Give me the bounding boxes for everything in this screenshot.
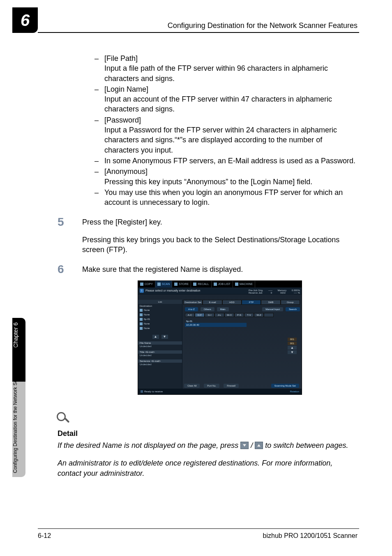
footer-rule [38, 528, 359, 529]
side-long-label: Configuring Destination for the Network … [12, 346, 25, 473]
ss-status-right: Rotation [290, 390, 299, 393]
ss-alpha-key[interactable]: T-V [244, 313, 254, 317]
step-text: Press the [Register] key. [82, 217, 357, 227]
bullet-item: [Password] Input a Password for the FTP … [95, 115, 357, 155]
product-name: bizhub PRO 1200/1051 Scanner [263, 532, 357, 540]
ss-left-nav: ▲ ▼ [138, 335, 182, 339]
arrow-up-icon[interactable]: ▲ [288, 346, 297, 350]
detail-heading: Detail [58, 429, 357, 438]
arrow-down-icon[interactable]: ▼ [288, 350, 297, 354]
ss-left-section: Sentence <E-mail> Undecided [138, 359, 182, 366]
ss-alpha-key[interactable]: J-L [214, 313, 224, 317]
ss-alpha-key[interactable]: P-S [234, 313, 244, 317]
bullet-item: [Login Name] Input an account of the FTP… [95, 84, 357, 114]
detail-paragraph: If the desired Name is not displayed on … [58, 440, 357, 451]
info-icon: i [140, 289, 144, 293]
ss-btn-main[interactable]: Main [217, 307, 229, 311]
copy-icon [140, 283, 143, 286]
ss-mode-group[interactable]: Group [281, 300, 300, 305]
recall-icon [193, 283, 196, 286]
ss-left-row: None [138, 313, 182, 317]
ss-tab-joblist[interactable]: JOB LIST [212, 281, 233, 287]
ss-btn-manual[interactable]: Manual Input [262, 307, 283, 311]
chapter-number: 6 [21, 11, 30, 30]
ss-mode-row: Destination Set E-mail HDD FTP SMB Group [183, 300, 300, 305]
bullet-desc: Input an account of the FTP server withi… [104, 94, 357, 114]
ss-mode-smb[interactable]: SMB [261, 300, 280, 305]
dest-icon [140, 309, 143, 312]
ss-left-row: None [138, 326, 182, 331]
ss-tab-recall[interactable]: RECALL [191, 281, 211, 287]
ss-counter: 001 001 ▲ ▼ [288, 338, 297, 355]
ss-btn-clearall[interactable]: Clear All [184, 384, 200, 388]
ss-tab-store[interactable]: STORE [172, 281, 191, 287]
bullet-title: [Anonymous] [104, 167, 148, 176]
ss-tab-machine[interactable]: MACHINE [233, 281, 255, 287]
ss-alpha-key[interactable]: G-I [205, 313, 214, 317]
bullet-list: [File Path] Input a file path of the FTP… [95, 53, 357, 207]
ss-counter-bottom: 001 [288, 342, 297, 345]
up-keycap-icon [255, 442, 263, 449]
step-5: 5 Press the [Register] key. Pressing thi… [58, 217, 357, 255]
ss-alpha-key[interactable] [264, 313, 274, 317]
side-tab: Chapter 6 Configuring Destination for th… [12, 317, 25, 477]
ss-main-panel: A to Z Others Main Manual Input Search A… [183, 306, 300, 383]
step-number: 6 [58, 263, 64, 276]
detail-block: Detail If the desired Name is not displa… [58, 411, 357, 479]
ss-alpha-key[interactable]: A-C [185, 313, 195, 317]
ss-left-row: None [138, 308, 182, 313]
ss-alpha-key[interactable]: D-F [195, 313, 205, 317]
running-head: Configuring Destination for the Network … [168, 21, 357, 30]
ss-left-header: List [138, 300, 182, 304]
ss-left-section: File Name Undecided [138, 341, 182, 348]
store-icon [174, 283, 178, 286]
bullet-title: [File Path] [104, 54, 138, 63]
bullet-item: [Anonymous] Pressing this key inputs “An… [95, 167, 357, 187]
ss-btn-atoz[interactable]: A to Z [185, 307, 198, 311]
step-number: 5 [58, 215, 64, 229]
ss-btn-portno[interactable]: Port No. [204, 384, 219, 388]
ss-btn-scanmode[interactable]: Scanning Mode Set [271, 384, 299, 388]
ss-entry-name: ftp-01 [185, 320, 247, 323]
ss-alpha-key[interactable]: W-Z [254, 313, 264, 317]
ss-entry[interactable]: ftp-01 10.20.30.40 [185, 320, 247, 327]
ss-mode-email[interactable]: E-mail [203, 300, 222, 305]
ss-alpha-key[interactable]: M-O [224, 313, 234, 317]
ss-mode-hdd[interactable]: HDD [222, 300, 242, 305]
magnifier-icon [56, 411, 71, 426]
nav-up-icon[interactable]: ▲ [152, 335, 159, 339]
bullet-desc: Input a Password for the FTP server with… [104, 125, 357, 155]
bullet-desc: Pressing this key inputs “Anonymous” to … [104, 177, 357, 187]
chapter-corner-tab: 6 [12, 7, 38, 33]
ss-status-left: Ready to receive [141, 390, 163, 393]
footer: 6-12 bizhub PRO 1200/1051 Scanner [38, 532, 357, 540]
ss-left-row: Destination [138, 304, 182, 308]
joblist-icon [214, 283, 217, 286]
device-screenshot: COPY SCAN STORE RECALL JOB LIST MACHINE … [138, 280, 302, 395]
ss-message-text: Please select or manually enter destinat… [145, 289, 200, 292]
bullet-item: [File Path] Input a file path of the FTP… [95, 53, 357, 83]
ss-mode-ftp[interactable]: FTP [242, 300, 261, 305]
ss-tab-copy[interactable]: COPY [138, 281, 155, 287]
ss-entry-ip: 10.20.30.40 [185, 323, 247, 327]
ss-btn-firewall[interactable]: Firewall [224, 384, 239, 388]
ss-left-row: None [138, 322, 182, 326]
down-keycap-icon [240, 442, 249, 449]
ss-btn-search[interactable]: Search [286, 307, 300, 311]
dest-icon [140, 322, 143, 325]
page-number: 6-12 [38, 532, 51, 540]
ss-btn-others[interactable]: Others [201, 307, 214, 311]
ss-tab-scan[interactable]: SCAN [155, 281, 172, 287]
ss-status-bar: Ready to receive Rotation [138, 389, 302, 394]
bullet-item: In some Anonymous FTP servers, an E-Mail… [95, 156, 357, 166]
ss-mode-destset[interactable]: Destination Set [183, 300, 203, 305]
bullet-title: [Login Name] [104, 85, 148, 93]
dest-icon [140, 313, 143, 316]
ss-left-panel: List Destination None None ftp-01 None N… [138, 300, 182, 389]
ss-stats: Pre-Job Orig.-----Memory0.000% Reserve J… [249, 289, 300, 294]
nav-down-icon[interactable]: ▼ [161, 335, 168, 339]
dest-icon [140, 318, 143, 321]
ss-left-row: ftp-01 [138, 317, 182, 322]
side-chapter-label: Chapter 6 [12, 322, 25, 348]
ss-left-section: Title <E-mail> Undecided [138, 350, 182, 357]
